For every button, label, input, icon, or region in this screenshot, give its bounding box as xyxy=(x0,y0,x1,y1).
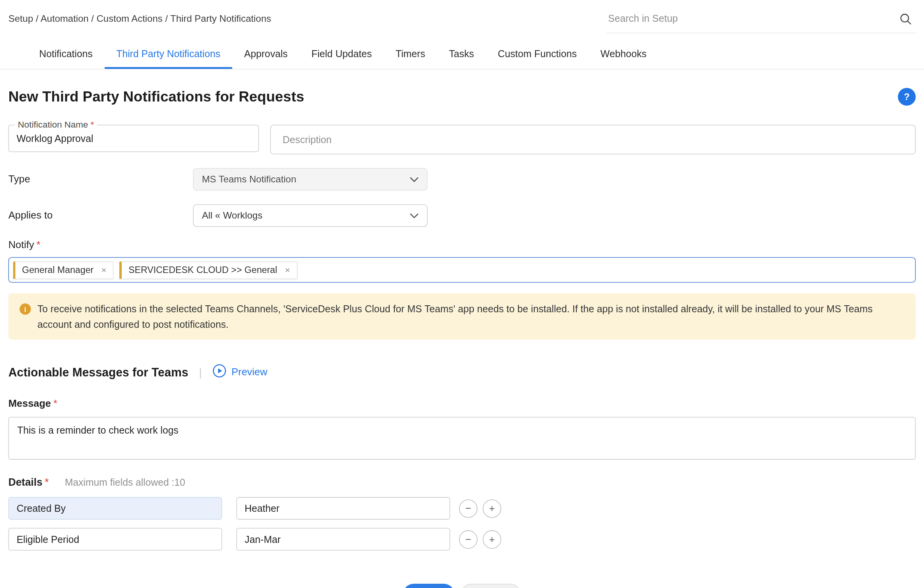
chip-label: SERVICEDESK CLOUD >> General xyxy=(128,264,277,275)
search-input[interactable] xyxy=(608,13,897,24)
teams-install-banner: i To receive notifications in the select… xyxy=(8,293,915,340)
close-icon[interactable]: × xyxy=(102,266,107,275)
required-marker: * xyxy=(53,398,57,409)
applies-to-select[interactable]: All « Worklogs xyxy=(193,204,427,227)
remove-field-button[interactable]: − xyxy=(459,530,477,548)
applies-to-row: Applies to All « Worklogs xyxy=(8,204,915,227)
chip-label: General Manager xyxy=(22,264,93,275)
preview-label: Preview xyxy=(231,366,267,378)
save-button[interactable]: Save xyxy=(402,584,455,588)
type-select[interactable]: MS Teams Notification xyxy=(193,168,427,191)
banner-text: To receive notifications in the selected… xyxy=(37,301,904,332)
detail-field-input[interactable] xyxy=(8,497,222,520)
chevron-down-icon xyxy=(410,210,419,221)
applies-to-label: Applies to xyxy=(8,210,193,222)
name-description-row: Notification Name* xyxy=(8,125,915,154)
details-header: Details* Maximum fields allowed :10 xyxy=(8,476,915,489)
chevron-down-icon xyxy=(410,174,419,184)
page-title: New Third Party Notifications for Reques… xyxy=(8,89,304,105)
preview-link[interactable]: Preview xyxy=(212,364,267,381)
tab-webhooks[interactable]: Webhooks xyxy=(589,38,659,69)
main-content: New Third Party Notifications for Reques… xyxy=(0,88,924,588)
message-textarea[interactable]: This is a reminder to check work logs xyxy=(8,417,915,460)
type-select-value: MS Teams Notification xyxy=(202,174,296,184)
tab-field-updates[interactable]: Field Updates xyxy=(299,38,384,69)
tab-timers[interactable]: Timers xyxy=(384,38,437,69)
search-icon[interactable] xyxy=(897,10,915,28)
notify-chip: SERVICEDESK CLOUD >> General × xyxy=(120,261,298,279)
type-label: Type xyxy=(8,173,193,186)
notify-input[interactable]: General Manager × SERVICEDESK CLOUD >> G… xyxy=(8,257,915,283)
applies-to-select-value: All « Worklogs xyxy=(202,210,262,221)
required-marker: * xyxy=(37,239,40,250)
details-hint: Maximum fields allowed :10 xyxy=(65,477,185,488)
notify-label: Notify* xyxy=(8,239,915,251)
cancel-button[interactable]: Cancel xyxy=(460,584,522,588)
header: Setup / Automation / Custom Actions / Th… xyxy=(0,0,924,38)
detail-field-input[interactable] xyxy=(8,528,222,551)
form-actions: Save Cancel xyxy=(8,584,915,588)
actionable-messages-section: Actionable Messages for Teams | Preview xyxy=(8,364,915,381)
remove-field-button[interactable]: − xyxy=(459,499,477,517)
section-title: Actionable Messages for Teams xyxy=(8,366,188,379)
notify-chip: General Manager × xyxy=(13,261,114,279)
setup-page: Setup / Automation / Custom Actions / Th… xyxy=(0,0,924,588)
detail-row: − + xyxy=(8,528,915,551)
divider: | xyxy=(199,366,202,378)
setup-search xyxy=(607,5,916,33)
info-icon: i xyxy=(19,303,31,315)
details-label: Details* xyxy=(8,476,49,489)
description-input[interactable] xyxy=(270,125,916,154)
title-row: New Third Party Notifications for Reques… xyxy=(8,88,915,106)
type-row: Type MS Teams Notification xyxy=(8,168,915,191)
notify-label-text: Notify xyxy=(8,239,34,250)
tab-notifications[interactable]: Notifications xyxy=(27,38,104,69)
play-icon xyxy=(212,364,226,381)
tab-tasks[interactable]: Tasks xyxy=(437,38,486,69)
breadcrumb[interactable]: Setup / Automation / Custom Actions / Th… xyxy=(8,14,271,24)
tab-approvals[interactable]: Approvals xyxy=(232,38,299,69)
add-field-button[interactable]: + xyxy=(483,530,501,548)
details-label-text: Details xyxy=(8,476,42,488)
help-icon[interactable]: ? xyxy=(898,88,916,106)
detail-value-input[interactable] xyxy=(236,497,450,520)
notification-name-label-text: Notification Name xyxy=(18,119,88,130)
notification-name-label: Notification Name* xyxy=(15,119,97,130)
message-label-text: Message xyxy=(8,398,51,409)
required-marker: * xyxy=(91,119,94,130)
tab-bar: Notifications Third Party Notifications … xyxy=(0,38,924,70)
notification-name-field: Notification Name* xyxy=(8,125,259,152)
detail-value-input[interactable] xyxy=(236,528,450,551)
add-field-button[interactable]: + xyxy=(483,499,501,517)
required-marker: * xyxy=(45,476,49,488)
close-icon[interactable]: × xyxy=(285,266,290,275)
tab-third-party-notifications[interactable]: Third Party Notifications xyxy=(105,38,233,69)
tab-custom-functions[interactable]: Custom Functions xyxy=(486,38,588,69)
detail-row: − + xyxy=(8,497,915,520)
message-label: Message* xyxy=(8,398,915,410)
